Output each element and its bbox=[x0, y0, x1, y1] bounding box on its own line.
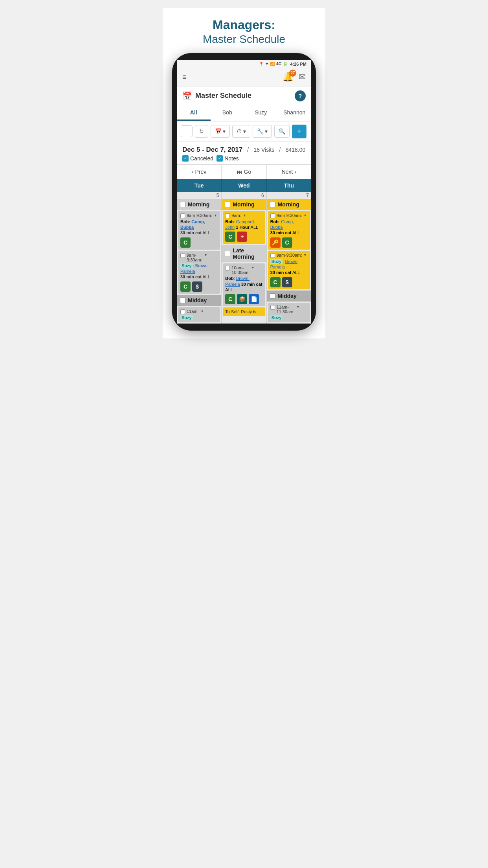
visit-card-partial: 11am-11:30am: ▾ Suzy bbox=[268, 303, 310, 322]
date-filters: ✓ Canceled ✓ Notes bbox=[182, 155, 306, 162]
visit-checkbox[interactable] bbox=[270, 213, 275, 218]
visit-time-text: 9am-9:30am: bbox=[277, 213, 302, 218]
time-dropdown-icon[interactable]: ▾ bbox=[297, 305, 299, 309]
notes-label: Notes bbox=[224, 155, 239, 162]
visit-desc: 30 min cat ALL bbox=[180, 230, 210, 235]
app-header: ≡ 🔔 27 ✉ bbox=[177, 68, 311, 86]
mail-icon[interactable]: ✉ bbox=[299, 72, 306, 82]
tab-suzy[interactable]: Suzy bbox=[244, 105, 278, 121]
visit-checkbox[interactable] bbox=[270, 253, 275, 258]
visit-checkbox[interactable] bbox=[270, 305, 275, 310]
morning-checkbox-tue[interactable] bbox=[180, 202, 185, 207]
dollar-button[interactable]: $ bbox=[282, 277, 292, 287]
canceled-checkbox[interactable]: ✓ bbox=[182, 155, 189, 162]
visit-time: 9am-9:30am: ▾ bbox=[270, 253, 308, 258]
time-dropdown-icon[interactable]: ▾ bbox=[304, 213, 306, 217]
visit-time: 10am-10:30am: ▾ bbox=[225, 265, 262, 275]
time-dropdown-icon[interactable]: ▾ bbox=[252, 265, 254, 270]
visit-checkbox[interactable] bbox=[225, 213, 230, 218]
date-range-text: Dec 5 - Dec 7, 2017 bbox=[182, 146, 242, 154]
battery-icon: 🔋 bbox=[283, 62, 288, 66]
canceled-filter[interactable]: ✓ Canceled bbox=[182, 155, 213, 162]
notes-filter[interactable]: ✓ Notes bbox=[216, 155, 239, 162]
time-dropdown-icon[interactable]: ▾ bbox=[215, 213, 216, 217]
checkin-button[interactable]: C bbox=[225, 294, 235, 304]
select-all-checkbox[interactable] bbox=[181, 125, 193, 137]
calendar-dropdown-icon: ▾ bbox=[223, 128, 226, 134]
prev-button[interactable]: ‹ Prev bbox=[177, 165, 222, 179]
schedule-grid: Tue Wed Thu 5 Morning bbox=[177, 179, 311, 324]
visit-checkbox[interactable] bbox=[225, 266, 230, 270]
late-morning-header-wed: LateMorning bbox=[222, 245, 266, 262]
visit-desc: 30 min cat ALL bbox=[270, 230, 300, 235]
visit-checkbox[interactable] bbox=[180, 309, 185, 314]
visit-details: Suzy: Brown, Pamela 30 min cat ALL bbox=[270, 259, 308, 276]
caregiver-name: Bob: Gump, Bubba bbox=[180, 219, 205, 230]
late-morning-title-wed: LateMorning bbox=[233, 247, 254, 260]
midday-checkbox-tue[interactable] bbox=[180, 298, 185, 303]
clock-button[interactable]: ⏱ ▾ bbox=[232, 125, 250, 138]
page-title-sub: Master Schedule bbox=[171, 32, 317, 46]
wifi-icon: 📶 bbox=[270, 62, 275, 66]
visit-desc: 30 min cat ALL bbox=[270, 270, 300, 275]
visit-details: Suzy bbox=[180, 315, 218, 320]
visit-time-text: 9am-9:30am: bbox=[277, 253, 302, 257]
calendar-button[interactable]: 📅 ▾ bbox=[211, 125, 230, 138]
tab-all[interactable]: All bbox=[177, 105, 211, 121]
visit-actions: 🔑 C bbox=[270, 237, 308, 248]
add-button[interactable]: + bbox=[237, 232, 247, 242]
notes-checkbox[interactable]: ✓ bbox=[216, 155, 223, 162]
wrench-button[interactable]: 🔧 ▾ bbox=[253, 125, 272, 138]
to-self-card: To Self: Rusty is bbox=[223, 307, 265, 316]
late-morning-checkbox-wed[interactable] bbox=[225, 251, 230, 256]
hamburger-icon[interactable]: ≡ bbox=[182, 74, 187, 81]
visit-card-partial: 11am- ▾ Suzy bbox=[178, 307, 220, 322]
time-dropdown-icon[interactable]: ▾ bbox=[205, 253, 207, 257]
visit-actions: C $ bbox=[180, 281, 218, 292]
visit-checkbox[interactable] bbox=[180, 213, 185, 218]
midday-title-thu: Midday bbox=[278, 293, 297, 299]
checkin-button[interactable]: C bbox=[180, 281, 191, 292]
caregiver-partial: Suzy bbox=[180, 315, 193, 320]
checkin-button[interactable]: C bbox=[282, 237, 292, 248]
midday-header-thu: Midday bbox=[267, 291, 311, 302]
add-button[interactable]: + bbox=[292, 125, 306, 138]
time-dropdown-icon[interactable]: ▾ bbox=[244, 213, 246, 217]
days-row: 5 Morning 9am-9:30am: ▾ bbox=[177, 192, 311, 324]
caregiver-name-suzy: Suzy bbox=[180, 263, 193, 268]
bell-wrapper[interactable]: 🔔 27 bbox=[283, 72, 293, 82]
next-button[interactable]: Next › bbox=[267, 165, 311, 179]
time-dropdown-icon[interactable]: ▾ bbox=[304, 253, 306, 257]
clock-dropdown-icon: ▾ bbox=[243, 128, 246, 134]
box-button[interactable]: 📦 bbox=[237, 294, 247, 304]
status-icons: 📍 ✦ 📶 4G 🔋 bbox=[259, 62, 288, 66]
tab-bob[interactable]: Bob bbox=[211, 105, 244, 121]
go-button[interactable]: ⏭ Go bbox=[222, 165, 266, 179]
search-button[interactable]: 🔍 bbox=[274, 125, 290, 138]
morning-checkbox-wed[interactable] bbox=[225, 202, 230, 207]
visit-card: 9am-9:30am: ▾ Suzy: Brown, Pamela 30 min… bbox=[178, 251, 220, 294]
tab-shannon[interactable]: Shannon bbox=[278, 105, 312, 121]
visit-desc: 30 min cat ALL bbox=[180, 274, 210, 279]
morning-checkbox-thu[interactable] bbox=[270, 202, 275, 207]
help-button[interactable]: ? bbox=[295, 90, 306, 101]
checkin-button[interactable]: C bbox=[270, 277, 281, 287]
app-content: ≡ 🔔 27 ✉ 📅 Master Schedule ? bbox=[177, 68, 311, 324]
morning-header-tue: Morning bbox=[177, 199, 221, 210]
visit-checkbox[interactable] bbox=[180, 253, 185, 258]
time-dropdown-icon[interactable]: ▾ bbox=[201, 309, 203, 313]
checkin-button[interactable]: C bbox=[180, 237, 191, 248]
midday-checkbox-thu[interactable] bbox=[270, 293, 275, 299]
visit-time-text: 9am: bbox=[231, 213, 241, 218]
day-number-tue: 5 bbox=[177, 192, 221, 199]
refresh-button[interactable]: ↻ bbox=[195, 125, 208, 138]
checkin-button[interactable]: C bbox=[225, 232, 235, 242]
visit-details: Bob: Gump, Bubba 30 min cat ALL bbox=[180, 219, 218, 236]
clock-icon: ⏱ bbox=[237, 128, 242, 134]
visit-details: Bob: Gump, Bubba 30 min cat ALL bbox=[270, 219, 308, 236]
key-button[interactable]: 🔑 bbox=[270, 237, 281, 248]
status-time: 4:26 PM bbox=[290, 62, 306, 66]
day-header-thu: Thu bbox=[266, 179, 311, 192]
doc-button[interactable]: 📄 bbox=[249, 294, 259, 304]
dollar-button[interactable]: $ bbox=[192, 281, 202, 292]
